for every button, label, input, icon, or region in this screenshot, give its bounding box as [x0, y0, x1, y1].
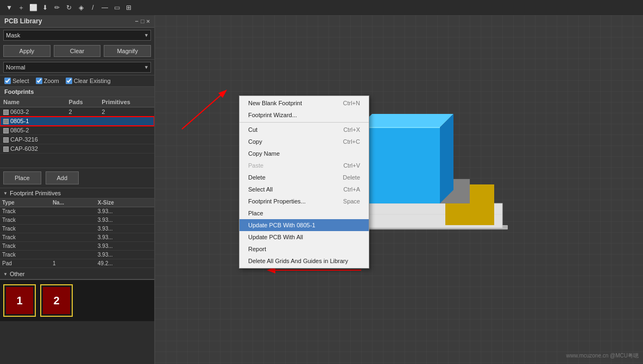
- select-checkbox[interactable]: [4, 78, 11, 84]
- footprint-row[interactable]: 0603-2 2 2: [0, 107, 154, 117]
- prim-name-cell: [51, 233, 96, 242]
- primitive-row[interactable]: Track 3.93...: [0, 233, 154, 242]
- primitives-table: Type Na... X-Size Track 3.93... Track 3.…: [0, 199, 154, 268]
- refresh-icon[interactable]: ↻: [64, 3, 74, 12]
- tag-icon[interactable]: ◈: [76, 3, 86, 12]
- ctx-shortcut-7: Ctrl+A: [343, 186, 360, 193]
- footprint-row[interactable]: 0805-1: [0, 117, 154, 126]
- panel-title-bar: PCB Library − □ ×: [0, 15, 154, 28]
- line-icon[interactable]: —: [100, 3, 110, 12]
- fp-icon: [3, 119, 9, 124]
- place-button[interactable]: Place: [3, 171, 41, 184]
- prim-type-cell: Track: [0, 251, 51, 259]
- footprints-table: Name Pads Primitives 0603-2 2 2 0805-1 0…: [0, 97, 154, 154]
- footprint-row[interactable]: CAP-3216: [0, 135, 154, 144]
- fp-icon: [3, 128, 9, 133]
- ctx-item-4[interactable]: Copy Name: [239, 148, 369, 159]
- ctx-label-11: Update PCB With All: [248, 234, 303, 240]
- rect2-icon[interactable]: ▭: [112, 3, 122, 12]
- rect-icon[interactable]: ⬜: [28, 3, 38, 12]
- other-collapse-icon[interactable]: ▼: [3, 272, 8, 277]
- fp-icon: [3, 137, 9, 143]
- fp-pads-cell: 2: [65, 107, 98, 117]
- col-pads[interactable]: Pads: [65, 97, 98, 107]
- context-menu: New Blank FootprintCtrl+NFootprint Wizar…: [239, 95, 369, 269]
- fp-name-cell: 0805-2: [0, 126, 65, 135]
- ctx-item-10[interactable]: Update PCB With 0805-1: [239, 219, 369, 231]
- prim-type-cell: Track: [0, 207, 51, 216]
- primitive-row[interactable]: Track 3.93...: [0, 216, 154, 225]
- prim-name-cell: [51, 251, 96, 259]
- close-icon[interactable]: ×: [147, 18, 150, 24]
- ctx-item-13[interactable]: Delete All Grids And Guides in Library: [239, 255, 369, 267]
- filter-icon[interactable]: ▼: [4, 3, 14, 12]
- add-button[interactable]: Add: [46, 171, 79, 184]
- primitive-row[interactable]: Track 3.93...: [0, 207, 154, 216]
- prim-name-cell: [51, 216, 96, 225]
- mask-select[interactable]: Mask: [3, 30, 151, 41]
- other-section-header: ▼ Other: [0, 269, 154, 279]
- zoom-checkbox[interactable]: [36, 78, 42, 84]
- ctx-item-1[interactable]: Footprint Wizard...: [239, 109, 369, 121]
- clear-existing-checkbox-item[interactable]: Clear Existing: [66, 78, 111, 84]
- ctx-item-0[interactable]: New Blank FootprintCtrl+N: [239, 97, 369, 109]
- ctx-shortcut-8: Space: [343, 198, 360, 205]
- prim-xsize-cell: 3.93...: [96, 216, 154, 225]
- prim-col-type[interactable]: Type: [0, 199, 51, 207]
- slash-icon[interactable]: /: [88, 3, 98, 12]
- minimize-icon[interactable]: □: [141, 18, 144, 24]
- bottom-thumbnails-bar: 1 2: [0, 279, 154, 321]
- grid-icon[interactable]: ⊞: [124, 3, 134, 12]
- fp-primitives-cell: [98, 117, 154, 126]
- prim-type-cell: Pad: [0, 259, 51, 268]
- pen-icon[interactable]: ✏: [52, 3, 62, 12]
- collapse-icon[interactable]: ▼: [3, 191, 8, 196]
- primitive-row[interactable]: Track 3.93...: [0, 251, 154, 259]
- primitives-table-area[interactable]: Type Na... X-Size Track 3.93... Track 3.…: [0, 199, 154, 269]
- select-checkbox-item[interactable]: Select: [4, 78, 29, 84]
- ctx-item-9[interactable]: Place: [239, 207, 369, 219]
- pin-icon[interactable]: −: [135, 18, 138, 24]
- ctx-label-0: New Blank Footprint: [248, 100, 302, 106]
- prim-col-xsize[interactable]: X-Size: [96, 199, 154, 207]
- prim-name-cell: [51, 242, 96, 251]
- clear-button[interactable]: Clear: [54, 45, 101, 57]
- primitive-row[interactable]: Track 3.93...: [0, 225, 154, 233]
- footprint-row[interactable]: 0805-2: [0, 126, 154, 135]
- ctx-label-10: Update PCB With 0805-1: [248, 222, 316, 228]
- primitive-row[interactable]: Pad 1 49.2...: [0, 259, 154, 268]
- ctx-item-7[interactable]: Select AllCtrl+A: [239, 183, 369, 195]
- apply-button[interactable]: Apply: [3, 45, 51, 57]
- fp-icon: [3, 146, 9, 152]
- col-primitives[interactable]: Primitives: [98, 97, 154, 107]
- footprints-table-area[interactable]: Name Pads Primitives 0603-2 2 2 0805-1 0…: [0, 97, 154, 168]
- fp-primitives-cell: 2: [98, 107, 154, 117]
- magnify-button[interactable]: Magnify: [104, 45, 151, 57]
- prim-col-name[interactable]: Na...: [51, 199, 96, 207]
- zoom-checkbox-item[interactable]: Zoom: [36, 78, 59, 84]
- prim-xsize-cell: 3.93...: [96, 225, 154, 233]
- primitive-row[interactable]: Track 3.93...: [0, 242, 154, 251]
- ctx-label-12: Report: [248, 246, 266, 252]
- ctx-shortcut-3: Ctrl+C: [343, 138, 360, 145]
- ctx-item-8[interactable]: Footprint Properties...Space: [239, 195, 369, 207]
- clear-existing-checkbox[interactable]: [66, 78, 72, 84]
- select-label: Select: [12, 78, 29, 84]
- ctx-item-12[interactable]: Report: [239, 243, 369, 255]
- col-name[interactable]: Name: [0, 97, 65, 107]
- download-icon[interactable]: ⬇: [40, 3, 50, 12]
- canvas-area[interactable]: www.mcuzone.cn @MCU粤嗯 New Blank Footprin…: [155, 15, 643, 364]
- add-icon[interactable]: ＋: [16, 3, 26, 12]
- thumbnail-1[interactable]: 1: [3, 284, 36, 317]
- ctx-item-6[interactable]: DeleteDelete: [239, 171, 369, 183]
- ctx-item-2[interactable]: CutCtrl+X: [239, 124, 369, 136]
- ctx-item-3[interactable]: CopyCtrl+C: [239, 136, 369, 148]
- footprint-row[interactable]: CAP-6032: [0, 144, 154, 154]
- ctx-label-2: Cut: [248, 126, 257, 133]
- normal-select[interactable]: Normal: [3, 62, 151, 73]
- thumbnail-2[interactable]: 2: [40, 284, 73, 317]
- prim-xsize-cell: 3.93...: [96, 207, 154, 216]
- ctx-item-11[interactable]: Update PCB With All: [239, 231, 369, 243]
- footprints-section-header: Footprints: [0, 87, 154, 97]
- left-panel: PCB Library − □ × Mask Apply Clear Magni…: [0, 15, 155, 364]
